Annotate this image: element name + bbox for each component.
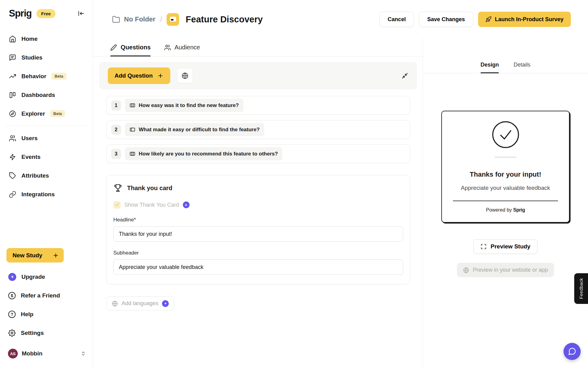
plan-badge: Free — [36, 9, 55, 18]
launch-survey-button[interactable]: Launch In-Product Survey — [478, 12, 571, 27]
avatar: AS — [8, 349, 18, 358]
collapse-sidebar-icon[interactable] — [77, 10, 85, 17]
edit-icon — [110, 44, 117, 51]
editor-column: Questions Audience Add Question — [93, 39, 423, 368]
powered-by-brand: Sprig — [513, 207, 525, 213]
checkmark-circle-icon — [492, 121, 520, 149]
sidebar-item-upgrade[interactable]: Upgrade — [0, 267, 93, 286]
support-chat-button[interactable] — [564, 343, 581, 360]
cancel-button[interactable]: Cancel — [379, 12, 414, 27]
sidebar-item-users[interactable]: Users — [0, 129, 93, 148]
sidebar-item-integrations[interactable]: Integrations — [0, 185, 93, 204]
save-changes-button[interactable]: Save Changes — [419, 12, 473, 27]
question-row[interactable]: 2 What made it easy or difficult to find… — [106, 120, 410, 139]
page-header: No Folder / Feature Discovery Cancel Sav… — [93, 0, 588, 39]
preview-study-button[interactable]: Preview Study — [473, 239, 537, 254]
sidebar: Sprig Free Home Studies Behavior Beta — [0, 0, 93, 368]
subheader-input[interactable] — [113, 259, 403, 275]
sidebar-item-explorer[interactable]: Explorer Beta — [0, 104, 93, 123]
sidebar-item-label: Dashboards — [21, 92, 55, 98]
app-root: Sprig Free Home Studies Behavior Beta — [0, 0, 588, 368]
sidebar-item-dashboards[interactable]: Dashboards — [0, 86, 93, 104]
globe-icon — [112, 301, 118, 307]
breadcrumb-separator: / — [160, 15, 162, 24]
preview-in-website-button[interactable]: Preview in your website or app — [457, 263, 554, 277]
preview-in-website-label: Preview in your website or app — [473, 267, 548, 273]
add-question-button[interactable]: Add Question — [108, 67, 170, 84]
sidebar-item-help[interactable]: ? Help — [0, 305, 93, 324]
rocket-icon — [485, 16, 492, 22]
breadcrumb-folder[interactable]: No Folder — [112, 15, 156, 23]
check-shadow — [495, 157, 517, 158]
tab-questions-label: Questions — [121, 44, 151, 51]
beta-badge: Beta — [50, 110, 65, 117]
account-name: Mobbin — [22, 350, 43, 357]
attributes-icon — [9, 172, 16, 179]
dollar-icon: $ — [8, 292, 16, 299]
sidebar-item-label: Studies — [21, 54, 43, 61]
gear-icon — [8, 329, 16, 337]
studies-icon — [9, 54, 16, 61]
show-thank-you-checkbox[interactable] — [113, 201, 121, 209]
question-type-icon — [130, 151, 135, 157]
account-switcher[interactable]: AS Mobbin — [0, 345, 93, 362]
add-languages-label: Add languages — [122, 300, 158, 307]
footer-item-label: Help — [21, 311, 33, 318]
question-pill: How easy was it to find the new feature? — [125, 99, 243, 112]
dashboards-icon — [9, 91, 16, 99]
question-pill: How likely are you to recommend this fea… — [125, 147, 282, 160]
sidebar-item-label: Events — [21, 154, 40, 160]
new-study-button[interactable]: New Study — [6, 248, 64, 263]
question-row[interactable]: 1 How easy was it to find the new featur… — [106, 96, 410, 115]
footer-item-label: Settings — [21, 330, 44, 336]
main-area: No Folder / Feature Discovery Cancel Sav… — [93, 0, 588, 368]
sidebar-item-studies[interactable]: Studies — [0, 48, 93, 67]
editor-tabs: Questions Audience — [93, 39, 423, 56]
headline-label: Headline* — [113, 217, 403, 223]
plus-icon — [53, 252, 59, 259]
design-panel-tabs: Design Details — [423, 56, 588, 73]
sidebar-item-behavior[interactable]: Behavior Beta — [0, 67, 93, 86]
sidebar-item-label: Explorer — [21, 110, 45, 117]
footer-item-label: Refer a Friend — [21, 292, 60, 299]
tab-audience[interactable]: Audience — [164, 39, 200, 56]
headline-input[interactable] — [113, 226, 403, 242]
question-pill: What made it easy or difficult to find t… — [125, 123, 264, 136]
feedback-tab[interactable]: Feedback — [574, 273, 588, 304]
explorer-icon — [9, 110, 16, 117]
header-actions: Cancel Save Changes Launch In-Product Su… — [379, 12, 571, 27]
collapse-questions-icon[interactable] — [401, 72, 409, 79]
sidebar-item-attributes[interactable]: Attributes — [0, 166, 93, 185]
beta-badge: Beta — [51, 73, 66, 80]
sidebar-item-settings[interactable]: Settings — [0, 324, 93, 342]
design-content: Thanks for your input! Appreciate your v… — [423, 73, 588, 368]
sidebar-divider — [6, 126, 87, 126]
preview-divider — [453, 201, 558, 201]
tab-questions[interactable]: Questions — [110, 39, 151, 56]
tab-details[interactable]: Details — [514, 56, 530, 73]
sidebar-item-label: Users — [21, 135, 38, 142]
sidebar-item-home[interactable]: Home — [0, 29, 93, 48]
tab-design[interactable]: Design — [481, 56, 499, 73]
chat-bubble-icon — [568, 347, 576, 356]
trophy-icon — [113, 183, 123, 193]
editor-content: Add Question 1 — [93, 56, 423, 368]
sidebar-item-refer[interactable]: $ Refer a Friend — [0, 286, 93, 305]
question-row[interactable]: 3 How likely are you to recommend this f… — [106, 144, 410, 163]
sidebar-item-label: Attributes — [21, 172, 49, 179]
question-type-icon — [130, 127, 135, 132]
language-globe-button[interactable] — [177, 68, 193, 83]
powered-by: Powered by Sprig — [486, 207, 525, 213]
subheader-label: Subheader — [113, 250, 403, 256]
preview-subheader: Appreciate your valuable feedback — [461, 185, 550, 191]
preview-study-label: Preview Study — [491, 243, 530, 250]
sidebar-item-events[interactable]: Events — [0, 148, 93, 166]
chevron-up-down-icon[interactable] — [81, 351, 86, 356]
question-icon: ? — [8, 311, 16, 318]
events-icon — [9, 153, 16, 161]
add-languages-button[interactable]: Add languages — [106, 297, 174, 310]
design-panel: Design Details Thanks for your input! Ap… — [423, 39, 588, 368]
sprig-logo: Sprig — [9, 8, 32, 19]
thank-you-card-section: Thank you card Show Thank You Card Headl… — [106, 175, 410, 284]
question-text: What made it easy or difficult to find t… — [139, 127, 260, 133]
